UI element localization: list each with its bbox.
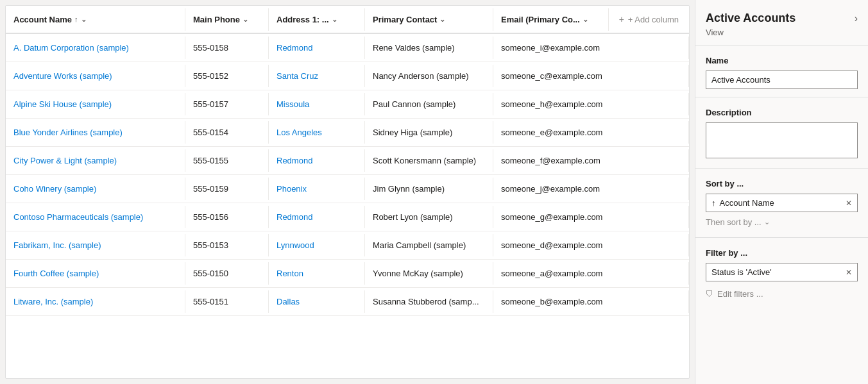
table-row: Fourth Coffee (sample) 555-0150 Renton Y… xyxy=(6,260,689,288)
col-header-contact-chevron[interactable]: ⌄ xyxy=(439,15,445,24)
cell-address-8[interactable]: Renton xyxy=(269,262,365,285)
table-row: Fabrikam, Inc. (sample) 555-0153 Lynnwoo… xyxy=(6,231,689,260)
cell-email-0: someone_i@example.com xyxy=(493,37,689,59)
sort-clear-button[interactable]: ✕ xyxy=(846,199,852,208)
cell-email-2: someone_h@example.com xyxy=(493,93,689,115)
col-header-email[interactable]: Email (Primary Co... ⌄ xyxy=(493,8,609,31)
cell-phone-6: 555-0156 xyxy=(185,206,269,228)
edit-filters-button[interactable]: ⛉ Edit filters ... xyxy=(706,287,858,301)
col-header-phone-chevron[interactable]: ⌄ xyxy=(243,15,248,24)
col-header-email-label: Email (Primary Co... xyxy=(501,15,580,24)
panel-description-section: Description xyxy=(695,97,868,168)
panel-name-label: Name xyxy=(706,56,858,65)
cell-address-1[interactable]: Santa Cruz xyxy=(269,65,365,87)
cell-account-2[interactable]: Alpine Ski House (sample) xyxy=(6,93,185,115)
cell-address-6[interactable]: Redmond xyxy=(269,206,365,228)
col-header-account-chevron[interactable]: ⌄ xyxy=(81,15,87,24)
cell-phone-0: 555-0158 xyxy=(185,37,269,59)
col-header-address[interactable]: Address 1: ... ⌄ xyxy=(269,8,365,31)
cell-phone-5: 555-0159 xyxy=(185,178,269,200)
panel-title: Active Accounts xyxy=(706,12,796,25)
edit-filters-label: Edit filters ... xyxy=(717,289,763,299)
col-header-contact-label: Primary Contact xyxy=(373,15,437,24)
panel-description-label: Description xyxy=(706,108,858,117)
cell-account-5[interactable]: Coho Winery (sample) xyxy=(6,178,185,200)
cell-phone-8: 555-0150 xyxy=(185,262,269,285)
cell-email-1: someone_c@example.com xyxy=(493,65,689,87)
panel-sort-title: Sort by ... xyxy=(706,179,858,188)
col-header-phone[interactable]: Main Phone ⌄ xyxy=(185,8,269,31)
panel-description-textarea[interactable] xyxy=(706,122,858,158)
cell-email-7: someone_d@example.com xyxy=(493,234,689,256)
cell-account-7[interactable]: Fabrikam, Inc. (sample) xyxy=(6,234,185,256)
cell-contact-5: Jim Glynn (sample) xyxy=(365,178,493,200)
panel-name-input[interactable] xyxy=(706,71,858,89)
cell-phone-3: 555-0154 xyxy=(185,121,269,144)
col-header-email-chevron[interactable]: ⌄ xyxy=(583,15,588,24)
table-body: A. Datum Corporation (sample) 555-0158 R… xyxy=(6,34,689,378)
cell-email-8: someone_a@example.com xyxy=(493,262,689,285)
accounts-table-container: Account Name ↑ ⌄ Main Phone ⌄ Address 1:… xyxy=(5,5,690,379)
col-header-phone-label: Main Phone xyxy=(193,15,240,24)
cell-contact-0: Rene Valdes (sample) xyxy=(365,37,493,59)
col-header-account[interactable]: Account Name ↑ ⌄ xyxy=(6,8,185,31)
table-row: Blue Yonder Airlines (sample) 555-0154 L… xyxy=(6,119,689,147)
cell-account-6[interactable]: Contoso Pharmaceuticals (sample) xyxy=(6,206,185,228)
panel-sort-section: Sort by ... ↑ Account Name ✕ Then sort b… xyxy=(695,169,868,237)
filter-item: Status is 'Active' ✕ xyxy=(706,263,858,281)
col-header-address-chevron[interactable]: ⌄ xyxy=(332,15,337,24)
filter-clear-button[interactable]: ✕ xyxy=(846,268,852,277)
cell-phone-1: 555-0152 xyxy=(185,65,269,87)
table-header: Account Name ↑ ⌄ Main Phone ⌄ Address 1:… xyxy=(6,6,689,34)
sort-item: ↑ Account Name ✕ xyxy=(706,194,858,212)
cell-account-1[interactable]: Adventure Works (sample) xyxy=(6,65,185,87)
col-header-address-label: Address 1: ... xyxy=(277,15,329,24)
add-column-button[interactable]: + + Add column xyxy=(609,8,689,31)
cell-contact-2: Paul Cannon (sample) xyxy=(365,93,493,115)
cell-phone-2: 555-0157 xyxy=(185,93,269,115)
table-row: Litware, Inc. (sample) 555-0151 Dallas S… xyxy=(6,288,689,316)
table-row: Contoso Pharmaceuticals (sample) 555-015… xyxy=(6,203,689,231)
table-row: A. Datum Corporation (sample) 555-0158 R… xyxy=(6,34,689,62)
cell-address-3[interactable]: Los Angeles xyxy=(269,121,365,144)
cell-account-8[interactable]: Fourth Coffee (sample) xyxy=(6,262,185,285)
panel-subtitle: View xyxy=(695,28,868,45)
cell-address-9[interactable]: Dallas xyxy=(269,290,365,313)
panel-name-section: Name xyxy=(695,46,868,97)
sort-item-label: Account Name xyxy=(720,198,842,208)
cell-address-2[interactable]: Missoula xyxy=(269,93,365,115)
panel-expand-chevron-icon[interactable]: › xyxy=(855,13,858,24)
col-header-account-label: Account Name xyxy=(13,15,72,24)
panel-filter-title: Filter by ... xyxy=(706,248,858,258)
then-sort-chevron-icon: ⌄ xyxy=(764,218,770,226)
filter-item-label: Status is 'Active' xyxy=(711,267,842,277)
cell-account-4[interactable]: City Power & Light (sample) xyxy=(6,149,185,172)
cell-address-4[interactable]: Redmond xyxy=(269,149,365,172)
then-sort-label: Then sort by ... xyxy=(706,217,762,227)
cell-email-9: someone_b@example.com xyxy=(493,290,689,313)
cell-contact-9: Susanna Stubberod (samp... xyxy=(365,290,493,313)
then-sort-row[interactable]: Then sort by ... ⌄ xyxy=(706,217,858,227)
cell-address-0[interactable]: Redmond xyxy=(269,37,365,59)
plus-icon: + xyxy=(619,14,624,24)
cell-contact-4: Scott Konersmann (sample) xyxy=(365,149,493,172)
cell-contact-8: Yvonne McKay (sample) xyxy=(365,262,493,285)
sort-asc-icon: ↑ xyxy=(74,15,78,23)
panel-filter-section: Filter by ... Status is 'Active' ✕ ⛉ Edi… xyxy=(695,238,868,309)
cell-address-5[interactable]: Phoenix xyxy=(269,178,365,200)
cell-account-9[interactable]: Litware, Inc. (sample) xyxy=(6,290,185,313)
sort-up-arrow-icon: ↑ xyxy=(711,198,716,208)
cell-contact-6: Robert Lyon (sample) xyxy=(365,206,493,228)
panel-header: Active Accounts › xyxy=(695,0,868,28)
col-header-contact[interactable]: Primary Contact ⌄ xyxy=(365,8,493,31)
cell-address-7[interactable]: Lynnwood xyxy=(269,234,365,256)
table-row: City Power & Light (sample) 555-0155 Red… xyxy=(6,147,689,175)
cell-account-0[interactable]: A. Datum Corporation (sample) xyxy=(6,37,185,59)
right-panel: Active Accounts › View Name Description … xyxy=(695,0,868,384)
funnel-icon: ⛉ xyxy=(706,290,713,299)
cell-account-3[interactable]: Blue Yonder Airlines (sample) xyxy=(6,121,185,144)
cell-email-3: someone_e@example.com xyxy=(493,121,689,144)
cell-phone-7: 555-0153 xyxy=(185,234,269,256)
table-row: Alpine Ski House (sample) 555-0157 Misso… xyxy=(6,90,689,119)
table-row: Adventure Works (sample) 555-0152 Santa … xyxy=(6,62,689,90)
